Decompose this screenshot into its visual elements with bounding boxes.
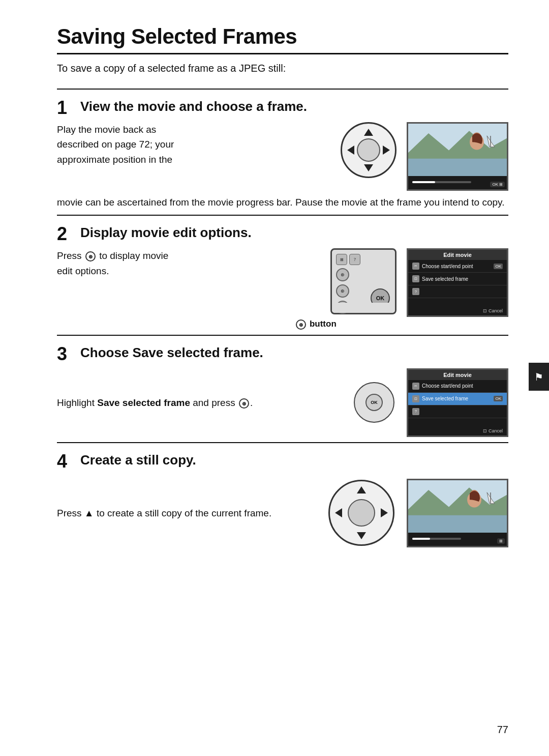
cam-btn-grid: ⊞ bbox=[336, 254, 347, 265]
step-1-header: 1 View the movie and choose a frame. bbox=[57, 99, 508, 117]
step-3-header: 3 Choose Save selected frame. bbox=[57, 345, 508, 363]
step4-right-arrow bbox=[381, 508, 388, 517]
page-number: 77 bbox=[497, 724, 508, 736]
step-3-item-2-label: Save selected frame bbox=[422, 396, 468, 401]
step-1-number: 1 bbox=[57, 99, 72, 117]
camera-body-illustration: ⊞ ? ⊛ ⊛ ▶ OK bbox=[330, 248, 396, 314]
caption-bold: button bbox=[310, 319, 337, 329]
step-1-screen-container: ✿ ❙❙ [✿01m30s/10m30s] bbox=[407, 122, 508, 191]
dpad-center bbox=[357, 138, 380, 162]
edit-menu-item-3: ? bbox=[408, 285, 507, 298]
cam-btn-circle-1: ⊛ bbox=[336, 268, 349, 281]
step-3-save-icon: ⊡ bbox=[412, 395, 419, 402]
ok-circle-step3: ⊛ bbox=[239, 398, 249, 409]
step-3-item-2-ok: OK bbox=[494, 396, 503, 401]
step-3-edit-menu: Edit movie ✂ Choose start/end point ⊡ Sa… bbox=[407, 368, 508, 437]
menu-item-1-left: ✂ Choose start/end point bbox=[412, 263, 473, 270]
step-3-scissors-icon: ✂ bbox=[412, 383, 419, 390]
step-3-menu-title: Edit movie bbox=[408, 370, 507, 380]
save-icon: ⊡ bbox=[412, 275, 419, 282]
cancel-row: ⊡ Cancel bbox=[408, 306, 507, 315]
dpad-down-arrow bbox=[364, 164, 373, 171]
step-3-number: 3 bbox=[57, 345, 72, 363]
menu-item-2-left: ⊡ Save selected frame bbox=[412, 275, 468, 282]
step-1-text: Play the movie back asdescribed on page … bbox=[57, 122, 330, 167]
help-icon: ? bbox=[412, 288, 419, 295]
scene-background bbox=[408, 124, 507, 176]
step-3-body: Highlight Save selected frame and press … bbox=[57, 368, 508, 437]
ok-icon: ⊞ bbox=[499, 182, 503, 187]
svg-rect-17 bbox=[412, 538, 430, 540]
step-2-header: 2 Display movie edit options. bbox=[57, 225, 508, 243]
step-2: 2 Display movie edit options. Press ⊛ to… bbox=[57, 215, 508, 330]
progress-bar-svg bbox=[411, 179, 472, 185]
step-3-text: Highlight Save selected frame and press … bbox=[57, 395, 342, 410]
step-3-cancel-row: ⊡ Cancel bbox=[408, 426, 507, 435]
small-wheel-ok: OK bbox=[365, 394, 383, 411]
step-4-scene bbox=[408, 480, 507, 533]
menu-item-3-left: ? bbox=[412, 288, 419, 295]
edit-menu-item-2: ⊡ Save selected frame bbox=[408, 273, 507, 285]
cam-bottom bbox=[332, 303, 395, 313]
step-1-camera-screen: ✿ ❙❙ [✿01m30s/10m30s] bbox=[407, 122, 508, 191]
step-3-item-3-left: ? bbox=[412, 408, 419, 415]
progress-bar-area bbox=[411, 179, 472, 186]
step-4-number: 4 bbox=[57, 452, 72, 471]
step-1: 1 View the movie and choose a frame. Pla… bbox=[57, 89, 508, 210]
svg-rect-11 bbox=[408, 515, 507, 533]
step-3-bold: Save selected frame bbox=[97, 397, 190, 408]
step-4-title: Create a still copy. bbox=[80, 452, 196, 468]
step-3-ok-wheel: OK bbox=[354, 382, 394, 423]
ok-button-area: OK ⊞ bbox=[490, 182, 505, 187]
step-4-scene-svg bbox=[408, 480, 507, 533]
step4-up-arrow bbox=[357, 486, 366, 493]
step-4-progress bbox=[411, 536, 462, 543]
step4-left-arrow bbox=[335, 508, 342, 517]
step-1-text-continued: movie can be ascertained from the movie … bbox=[57, 195, 508, 210]
step-4-ok-area: ⊞ bbox=[497, 538, 505, 544]
step-4-dpad bbox=[328, 480, 394, 546]
step-2-body: Press ⊛ to display movieedit options. ⊞ … bbox=[57, 248, 508, 317]
step-2-text: Press ⊛ to display movieedit options. bbox=[57, 248, 320, 278]
step-3-title: Choose Save selected frame. bbox=[80, 345, 263, 361]
step-2-text-area: Press ⊛ to display movieedit options. bbox=[57, 248, 320, 278]
step-4-header: 4 Create a still copy. bbox=[57, 452, 508, 471]
step-3-help-icon: ? bbox=[412, 408, 419, 415]
ok-label: OK bbox=[492, 182, 498, 187]
step-4: 4 Create a still copy. Press ▲ to create… bbox=[57, 442, 508, 547]
bookmark-tab: ⚑ bbox=[529, 363, 549, 391]
small-wheel: OK bbox=[354, 382, 394, 423]
svg-rect-2 bbox=[408, 159, 507, 176]
cam-btn-row-1: ⊞ ? bbox=[336, 254, 360, 265]
step-2-title: Display movie edit options. bbox=[80, 225, 252, 241]
step-4-screen-container: ⊡ ❙❙ [✿01m30s/10m30s] bbox=[407, 479, 508, 547]
step-3-menu-item-3: ? bbox=[408, 405, 507, 418]
cam-btn-circle-2: ⊛ bbox=[336, 284, 349, 298]
step-1-body: Play the movie back asdescribed on page … bbox=[57, 122, 508, 191]
step-2-number: 2 bbox=[57, 225, 72, 243]
step4-wheel-center bbox=[348, 499, 375, 527]
ok-circle-inline: ⊛ bbox=[85, 251, 96, 261]
dpad-up-arrow bbox=[364, 129, 373, 136]
cam-btn-q: ? bbox=[349, 254, 360, 265]
step-4-ok-label: ⊞ bbox=[499, 539, 503, 543]
step-3-menu-item-1: ✂ Choose start/end point bbox=[408, 380, 507, 393]
ok-circle-caption: ⊛ bbox=[296, 319, 306, 330]
scene-svg bbox=[408, 124, 507, 176]
cancel-text: ⊡ Cancel bbox=[483, 308, 503, 313]
menu-item-1-label: Choose start/end point bbox=[422, 264, 473, 269]
page-subtitle: To save a copy of a selected frame as a … bbox=[57, 63, 508, 74]
step-4-screen-inner: ⊡ ❙❙ [✿01m30s/10m30s] bbox=[408, 480, 507, 546]
screen-inner: ✿ ❙❙ [✿01m30s/10m30s] bbox=[408, 124, 507, 189]
dpad-wheel bbox=[341, 122, 396, 178]
menu-item-2-label: Save selected frame bbox=[422, 276, 468, 282]
dpad-left-arrow bbox=[347, 146, 354, 155]
scissors-icon: ✂ bbox=[412, 263, 419, 270]
step-2-caption: ⊛ button bbox=[295, 319, 337, 329]
step-2-edit-menu: Edit movie ✂ Choose start/end point OK ⊡… bbox=[407, 248, 508, 317]
step-1-title: View the movie and choose a frame. bbox=[80, 99, 307, 114]
step-4-progress-svg bbox=[411, 536, 462, 542]
page-title: Saving Selected Frames bbox=[57, 24, 508, 54]
step-3-item-1-left: ✂ Choose start/end point bbox=[412, 383, 473, 390]
bookmark-icon: ⚑ bbox=[534, 371, 543, 383]
